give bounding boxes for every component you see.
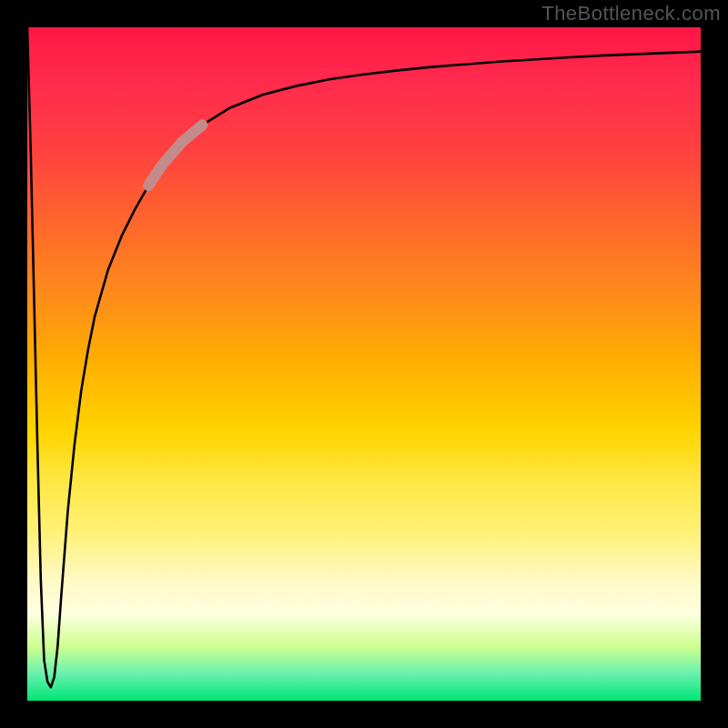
chart-container: TheBottleneck.com — [0, 0, 728, 728]
watermark-text: TheBottleneck.com — [541, 2, 721, 25]
main-curve — [27, 27, 701, 687]
curve-svg — [27, 27, 701, 701]
highlight-segment — [148, 125, 202, 186]
plot-area — [27, 27, 701, 701]
